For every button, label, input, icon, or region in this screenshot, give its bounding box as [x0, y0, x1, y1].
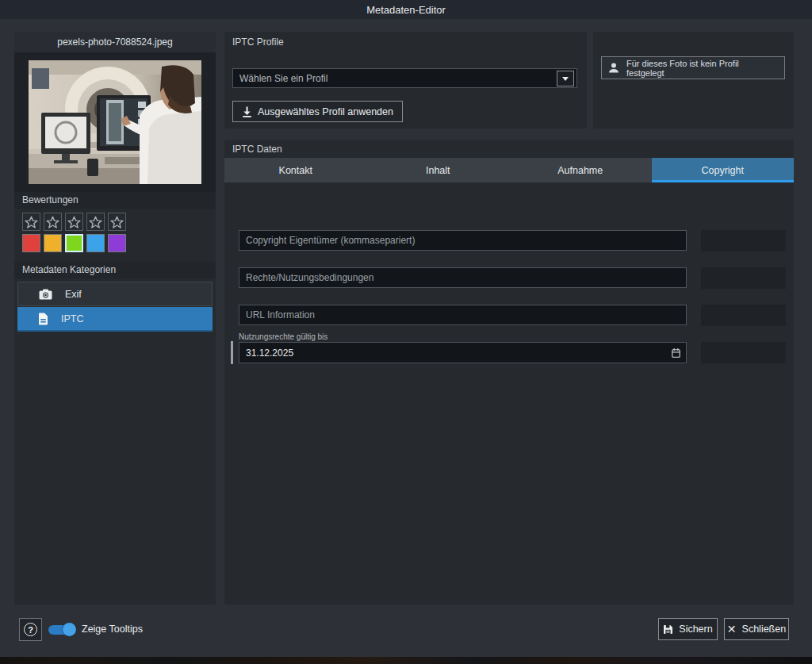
metadata-editor-window: Metadaten-Editor pexels-photo-7088524.jp…: [0, 0, 812, 664]
close-button[interactable]: ✕ Schließen: [724, 618, 789, 640]
filename-label: pexels-photo-7088524.jpeg: [14, 32, 216, 52]
left-sidebar: pexels-photo-7088524.jpeg: [14, 32, 216, 605]
rights-valid-until-side-box: [701, 342, 786, 363]
help-icon: ?: [24, 623, 37, 636]
star-3-button[interactable]: [65, 213, 83, 231]
chevron-down-icon: [562, 77, 569, 81]
tab-inhalt[interactable]: Inhalt: [367, 158, 510, 182]
color-swatch-purple[interactable]: [108, 234, 126, 252]
rights-valid-until-input[interactable]: [239, 342, 687, 363]
save-button[interactable]: Sichern: [658, 618, 718, 640]
toggle-knob: [63, 623, 76, 636]
camera-icon: [39, 289, 52, 300]
download-icon: [242, 106, 252, 117]
star-icon: [46, 216, 59, 228]
profile-status-box: Für dieses Foto ist kein Profil festgele…: [601, 56, 785, 79]
iptc-profile-title: IPTC Profile: [232, 36, 284, 48]
iptc-tab-bar: Kontakt Inhalt Aufnahme Copyright: [224, 158, 794, 182]
star-icon: [67, 216, 81, 228]
background-filmstrip-edge: [0, 657, 812, 664]
iptc-data-title: IPTC Daten: [232, 144, 282, 155]
tab-kontakt[interactable]: Kontakt: [224, 158, 367, 182]
tab-copyright[interactable]: Copyright: [652, 158, 795, 182]
star-icon: [89, 216, 102, 228]
categories-section-header: Metadaten Kategorien: [14, 262, 216, 278]
sidebar-item-exif[interactable]: Exif: [17, 282, 213, 306]
document-icon: [38, 313, 48, 325]
photo-thumbnail: [29, 60, 201, 184]
iptc-data-panel: IPTC Daten Kontakt Inhalt Aufnahme Copyr…: [224, 140, 794, 605]
sidebar-item-iptc[interactable]: IPTC: [17, 307, 213, 332]
usage-terms-input[interactable]: [239, 267, 687, 288]
copyright-owner-side-box: [701, 230, 786, 251]
calendar-icon[interactable]: [672, 348, 680, 358]
color-swatch-blue[interactable]: [86, 234, 105, 252]
star-rating-row: [22, 213, 129, 231]
sidebar-item-label: IPTC: [61, 313, 83, 324]
help-button[interactable]: ?: [19, 618, 42, 641]
star-4-button[interactable]: [86, 213, 105, 231]
tooltips-label: Zeige Tooltips: [82, 624, 143, 635]
person-icon: [607, 62, 620, 75]
sidebar-item-label: Exif: [65, 289, 82, 300]
star-icon: [110, 216, 124, 228]
close-icon: ✕: [727, 624, 737, 635]
ratings-section-header: Bewertungen: [14, 192, 216, 209]
color-swatch-yellow[interactable]: [44, 234, 62, 252]
profile-select[interactable]: Wählen Sie ein Profil: [232, 68, 577, 88]
color-swatch-red[interactable]: [22, 234, 40, 252]
profile-status-text: Für dieses Foto ist kein Profil festgele…: [626, 59, 779, 78]
rights-valid-until-label: Nutzungsrechte gültig bis: [239, 332, 327, 341]
star-1-button[interactable]: [22, 213, 40, 231]
window-titlebar: Metadaten-Editor: [0, 0, 812, 19]
modified-field-marker: [231, 341, 233, 364]
rights-valid-until-wrap: [239, 342, 687, 363]
profile-select-dropdown-button[interactable]: [557, 71, 574, 86]
photo-preview-container: [14, 52, 216, 192]
profile-status-panel: Für dieses Foto ist kein Profil festgele…: [593, 32, 794, 129]
url-information-side-box: [701, 305, 786, 326]
tooltips-toggle[interactable]: [48, 625, 74, 635]
save-icon: [663, 624, 673, 635]
star-5-button[interactable]: [108, 213, 126, 231]
color-swatch-green[interactable]: [65, 234, 83, 252]
color-label-row: [22, 234, 129, 252]
star-2-button[interactable]: [44, 213, 62, 231]
tab-aufnahme[interactable]: Aufnahme: [509, 158, 652, 182]
window-title: Metadaten-Editor: [366, 4, 446, 16]
apply-profile-button[interactable]: Ausgewähltes Profil anwenden: [232, 101, 403, 122]
usage-terms-side-box: [701, 267, 786, 289]
copyright-owner-input[interactable]: [239, 230, 687, 251]
star-icon: [25, 216, 38, 228]
url-information-input[interactable]: [239, 305, 687, 325]
iptc-profile-panel: IPTC Profile Wählen Sie ein Profil Ausge…: [224, 32, 587, 129]
